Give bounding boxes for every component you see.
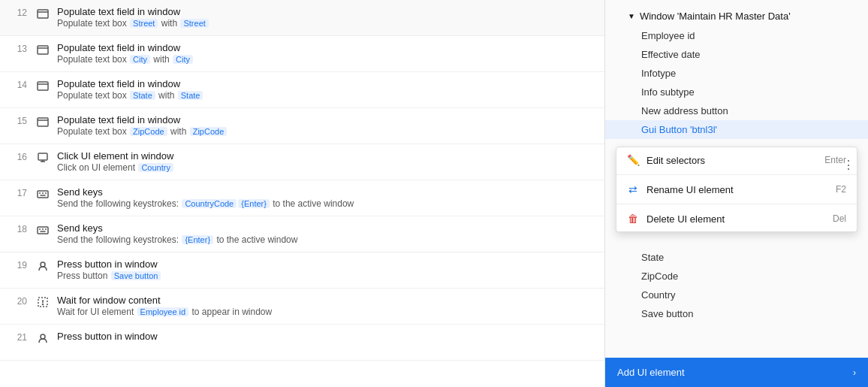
rename-shortcut: F2 <box>836 184 846 195</box>
window-icon <box>35 42 51 56</box>
step-description: Send the following keystrokes: {Enter} t… <box>57 234 597 245</box>
step-desc-mid: with <box>156 90 177 101</box>
step-row[interactable]: 13Populate text field in windowPopulate … <box>0 36 604 72</box>
step-desc-mid: to appear in window <box>189 307 272 317</box>
tree-item-label: Country <box>641 289 676 301</box>
keyboard-icon <box>35 186 51 200</box>
delete-label: Delete UI element <box>646 213 825 225</box>
tree-item[interactable]: Infotype <box>605 64 868 83</box>
step-row[interactable]: 16Click UI element in windowClick on UI … <box>0 144 604 180</box>
rename-label: Rename UI element <box>646 184 828 195</box>
step-content: Populate text field in windowPopulate te… <box>57 78 597 101</box>
step-number: 20 <box>8 295 35 307</box>
window-icon <box>35 114 51 128</box>
window-icon <box>35 78 51 92</box>
press-icon <box>35 259 51 272</box>
rename-ui-element-menu-item[interactable]: ⇄ Rename UI element F2 <box>616 177 857 202</box>
step-description: Populate text box City with City <box>57 54 597 65</box>
step-tag1: Employee id <box>137 307 189 316</box>
step-description: Populate text box ZipCode with ZipCode <box>57 126 597 137</box>
step-title: Wait for window content <box>57 295 597 306</box>
tree-item[interactable]: ZipCode <box>605 267 868 286</box>
step-row[interactable]: 21Press button in window <box>0 325 604 361</box>
step-tag1: Country <box>138 163 173 172</box>
svg-rect-8 <box>38 153 47 160</box>
step-number: 13 <box>8 42 35 54</box>
step-desc-text: Send the following keystrokes: <box>57 234 181 245</box>
step-tag2: State <box>178 91 203 100</box>
tree-item-label: Info subtype <box>641 86 695 98</box>
step-number: 12 <box>8 6 35 18</box>
tree-item[interactable]: Employee id <box>605 26 868 45</box>
tree-item[interactable]: Country <box>605 286 868 304</box>
step-tag2: ZipCode <box>190 127 228 136</box>
step-desc-mid: with <box>168 126 189 137</box>
step-tag2: {Enter} <box>238 199 270 208</box>
tree-items-below: StateZipCodeCountrySave button <box>605 248 868 323</box>
right-panel: ▼ Window 'Maintain HR Master Data' Emplo… <box>605 0 868 387</box>
step-row[interactable]: 15Populate text field in windowPopulate … <box>0 108 604 144</box>
step-description: Click on UI element Country <box>57 162 597 173</box>
chevron-down-icon: ▼ <box>628 12 635 20</box>
tree-section-header: ▼ Window 'Maintain HR Master Data' <box>605 6 868 26</box>
tree-item[interactable]: New address button <box>605 101 868 120</box>
tree-item[interactable]: State <box>605 248 868 267</box>
step-tag1: State <box>130 91 155 100</box>
step-row[interactable]: 14Populate text field in windowPopulate … <box>0 72 604 108</box>
svg-rect-6 <box>38 118 48 126</box>
three-dot-button[interactable]: ⋮ <box>839 156 857 174</box>
step-content: Populate text field in windowPopulate te… <box>57 6 597 29</box>
step-row[interactable]: 18Send keysSend the following keystrokes… <box>0 216 604 252</box>
step-desc-text: Click on UI element <box>57 162 137 173</box>
step-desc-text: Send the following keystrokes: <box>57 198 181 209</box>
step-desc-text: Populate text box <box>57 126 129 137</box>
step-desc-mid: with <box>158 18 179 29</box>
step-content: Click UI element in windowClick on UI el… <box>57 150 597 173</box>
window-icon <box>35 6 51 20</box>
step-tag1: City <box>130 55 150 64</box>
tree-item[interactable]: Effective date <box>605 45 868 64</box>
step-description: Send the following keystrokes: CountryCo… <box>57 198 597 209</box>
step-tag1: Save button <box>111 271 161 280</box>
step-row[interactable]: 19Press button in windowPress button Sav… <box>0 252 604 289</box>
step-row[interactable]: 12Populate text field in windowPopulate … <box>0 0 604 36</box>
tree-item-label: New address button <box>641 105 728 116</box>
step-number: 17 <box>8 186 35 198</box>
svg-rect-0 <box>38 10 48 18</box>
tree-item[interactable]: Gui Button 'btnl3l' <box>605 120 868 139</box>
tree-item[interactable]: Save button <box>605 304 868 323</box>
step-content: Populate text field in windowPopulate te… <box>57 114 597 137</box>
tree-item-label: Infotype <box>641 68 676 79</box>
add-ui-element-button[interactable]: Add UI element › <box>605 358 868 387</box>
step-title: Send keys <box>57 222 597 234</box>
pencil-icon: ✏️ <box>627 154 639 166</box>
tree-item-label: ZipCode <box>641 271 678 282</box>
add-ui-label: Add UI element <box>617 367 685 378</box>
step-number: 16 <box>8 150 35 162</box>
svg-rect-4 <box>38 82 48 90</box>
tree-section-label: Window 'Maintain HR Master Data' <box>640 11 791 22</box>
svg-point-25 <box>41 334 45 339</box>
step-number: 19 <box>8 259 35 271</box>
step-description: Populate text box State with State <box>57 90 597 101</box>
step-title: Press button in window <box>57 259 597 270</box>
step-description: Populate text box Street with Street <box>57 18 597 29</box>
keyboard-icon <box>35 222 51 236</box>
step-desc-suffix: to the active window <box>270 198 354 209</box>
edit-selectors-menu-item[interactable]: ✏️ Edit selectors Enter <box>616 147 857 173</box>
step-row[interactable]: 17Send keysSend the following keystrokes… <box>0 180 604 216</box>
delete-ui-element-menu-item[interactable]: 🗑 Delete UI element Del <box>616 206 857 231</box>
step-title: Populate text field in window <box>57 6 597 17</box>
steps-list[interactable]: 12Populate text field in windowPopulate … <box>0 0 605 387</box>
svg-point-24 <box>43 304 44 305</box>
step-desc-text: Populate text box <box>57 90 129 101</box>
svg-rect-16 <box>38 227 48 234</box>
rename-icon: ⇄ <box>627 183 639 195</box>
step-content: Send keysSend the following keystrokes: … <box>57 222 597 245</box>
press-icon <box>35 331 51 344</box>
step-title: Populate text field in window <box>57 42 597 53</box>
step-desc-text: Press button <box>57 271 110 281</box>
step-row[interactable]: 20Wait for window contentWait for UI ele… <box>0 289 604 325</box>
tree-item[interactable]: Info subtype <box>605 83 868 101</box>
step-tag2: City <box>173 55 193 64</box>
